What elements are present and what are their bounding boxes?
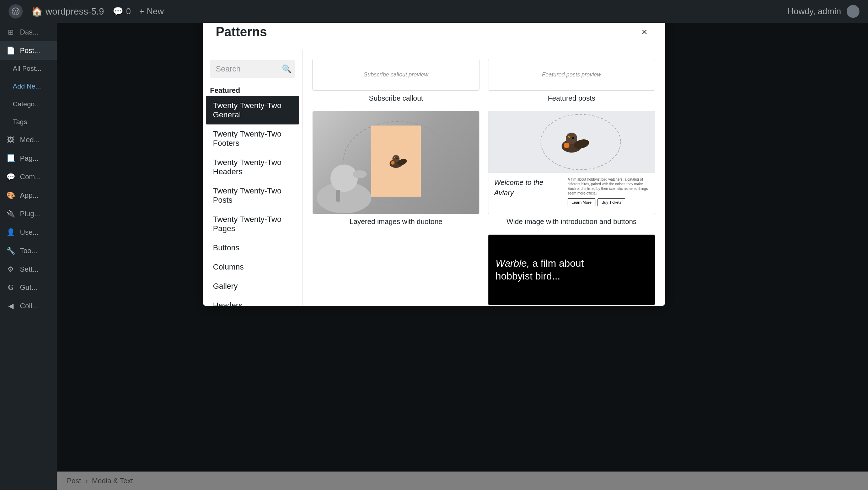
pattern-item-layered[interactable]: Layered images with duotone	[312, 111, 479, 226]
settings-icon: ⚙	[6, 265, 16, 273]
learn-more-button[interactable]: Learn More	[568, 198, 595, 206]
posts-icon: 📄	[6, 46, 16, 55]
featured-label: Featured	[203, 84, 302, 96]
new-button[interactable]: + New	[139, 6, 164, 16]
warble-text: Warble, a film about hobbyist bird...	[495, 257, 584, 283]
svg-rect-6	[336, 190, 340, 202]
home-icon: 🏠	[31, 6, 43, 17]
layered-card	[371, 126, 421, 197]
nav-item-gallery[interactable]: Gallery	[206, 277, 299, 296]
sidebar-item-pages[interactable]: 📃 Pag...	[0, 149, 57, 167]
comments-bubble-icon: 💬	[6, 172, 16, 181]
modal-body: 🔍 Featured Twenty Twenty-Two General Twe…	[203, 50, 665, 306]
search-wrapper: 🔍	[210, 60, 295, 78]
nav-item-buttons[interactable]: Buttons	[206, 238, 299, 257]
comments-link[interactable]: 💬 0	[113, 6, 131, 16]
sidebar-item-tools[interactable]: 🔧 Too...	[0, 241, 57, 260]
pages-icon: 📃	[6, 154, 16, 163]
pattern-label-featured-posts: Featured posts	[488, 94, 655, 102]
pattern-item-featured-posts[interactable]: Featured posts preview Featured posts	[488, 59, 655, 102]
sidebar-item-add-new[interactable]: Add Ne...	[0, 78, 57, 95]
pattern-item-wide-intro[interactable]: Welcome to the Aviary A film about hobby…	[488, 111, 655, 226]
svg-point-5	[353, 170, 367, 178]
admin-bar: W 🏠 wordpress-5.9 💬 0 + New Howdy, admin	[0, 0, 868, 23]
pattern-item-subscribe[interactable]: Subscribe callout preview Subscribe call…	[312, 59, 479, 102]
patterns-grid-area: Subscribe callout preview Subscribe call…	[302, 50, 665, 306]
wide-intro-title: Welcome to the Aviary	[494, 177, 562, 198]
search-container: 🔍	[203, 57, 302, 84]
nav-item-headers[interactable]: Twenty Twenty-Two Headers	[206, 153, 299, 181]
sidebar-item-all-posts[interactable]: All Post...	[0, 60, 57, 78]
svg-point-11	[396, 158, 398, 159]
pattern-label-wide-intro: Wide image with introduction and buttons	[488, 218, 655, 226]
pattern-preview-subscribe: Subscribe callout preview	[312, 59, 479, 91]
media-icon: 🖼	[6, 136, 16, 144]
sidebar-item-posts[interactable]: 📄 Post...	[0, 41, 57, 60]
gutenberg-icon: G	[6, 283, 16, 292]
sidebar-item-collapse[interactable]: ◀ Coll...	[0, 297, 57, 315]
users-icon: 👤	[6, 228, 16, 236]
nav-item-columns[interactable]: Columns	[206, 257, 299, 277]
svg-point-15	[566, 133, 577, 144]
pattern-item-warble[interactable]: Warble, a film about hobbyist bird...	[488, 234, 655, 305]
pattern-label-layered: Layered images with duotone	[312, 218, 479, 226]
pattern-preview-warble: Warble, a film about hobbyist bird...	[488, 234, 655, 305]
sidebar-item-media[interactable]: 🖼 Med...	[0, 131, 57, 149]
sidebar-item-categories[interactable]: Catego...	[0, 95, 57, 113]
nav-item-pages[interactable]: Twenty Twenty-Two Pages	[206, 210, 299, 238]
admin-bar-right: Howdy, admin	[788, 5, 859, 18]
svg-text:W: W	[13, 9, 18, 15]
sidebar-item-tags[interactable]: Tags	[0, 113, 57, 131]
sidebar-item-comments[interactable]: 💬 Com...	[0, 167, 57, 186]
tools-icon: 🔧	[6, 246, 16, 255]
sidebar-item-gutenberg[interactable]: G Gut...	[0, 278, 57, 297]
patterns-grid: Subscribe callout preview Subscribe call…	[312, 59, 655, 305]
sidebar-item-settings[interactable]: ⚙ Sett...	[0, 260, 57, 278]
site-name[interactable]: 🏠 wordpress-5.9	[31, 6, 104, 17]
svg-point-18	[572, 137, 574, 139]
pattern-preview-layered	[312, 111, 479, 214]
appearance-icon: 🎨	[6, 191, 16, 199]
wp-logo[interactable]: W	[9, 4, 23, 18]
user-avatar[interactable]	[847, 5, 859, 18]
svg-point-17	[564, 143, 569, 148]
svg-point-4	[331, 165, 358, 192]
patterns-sidebar: 🔍 Featured Twenty Twenty-Two General Twe…	[203, 50, 302, 306]
wide-intro-bottom: Welcome to the Aviary A film about hobby…	[488, 173, 655, 214]
nav-item-posts[interactable]: Twenty Twenty-Two Posts	[206, 181, 299, 210]
dashboard-icon: ⊞	[6, 28, 16, 36]
sidebar-item-users[interactable]: 👤 Use...	[0, 223, 57, 241]
pattern-label-subscribe: Subscribe callout	[312, 94, 479, 102]
sidebar-item-plugins[interactable]: 🔌 Plug...	[0, 204, 57, 223]
sidebar-item-dashboard[interactable]: ⊞ Das...	[0, 23, 57, 41]
sidebar-item-appearance[interactable]: 🎨 App...	[0, 186, 57, 204]
search-button[interactable]: 🔍	[282, 64, 291, 74]
buy-tickets-button[interactable]: Buy Tickets	[598, 198, 625, 206]
comments-icon: 💬	[113, 6, 123, 16]
nav-item-headers2[interactable]: Headers	[206, 296, 299, 306]
nav-item-footers[interactable]: Twenty Twenty-Two Footers	[206, 124, 299, 153]
modal-close-button[interactable]: ×	[637, 24, 652, 40]
plugins-icon: 🔌	[6, 209, 16, 218]
howdy-text: Howdy, admin	[788, 6, 841, 16]
modal-title: Patterns	[216, 25, 267, 39]
wide-intro-description: A film about hobbyist bird watchers, a c…	[568, 177, 649, 196]
collapse-icon: ◀	[6, 302, 16, 310]
patterns-modal: Patterns × 🔍 Featured Twenty Twenty-Two …	[203, 14, 665, 306]
svg-point-10	[391, 161, 395, 165]
pattern-preview-wide-intro: Welcome to the Aviary A film about hobby…	[488, 111, 655, 214]
search-icon: 🔍	[282, 64, 291, 74]
pattern-preview-featured-posts: Featured posts preview	[488, 59, 655, 91]
nav-item-general[interactable]: Twenty Twenty-Two General	[206, 96, 299, 124]
admin-sidebar: ⊞ Das... 📄 Post... All Post... Add Ne...…	[0, 23, 57, 490]
